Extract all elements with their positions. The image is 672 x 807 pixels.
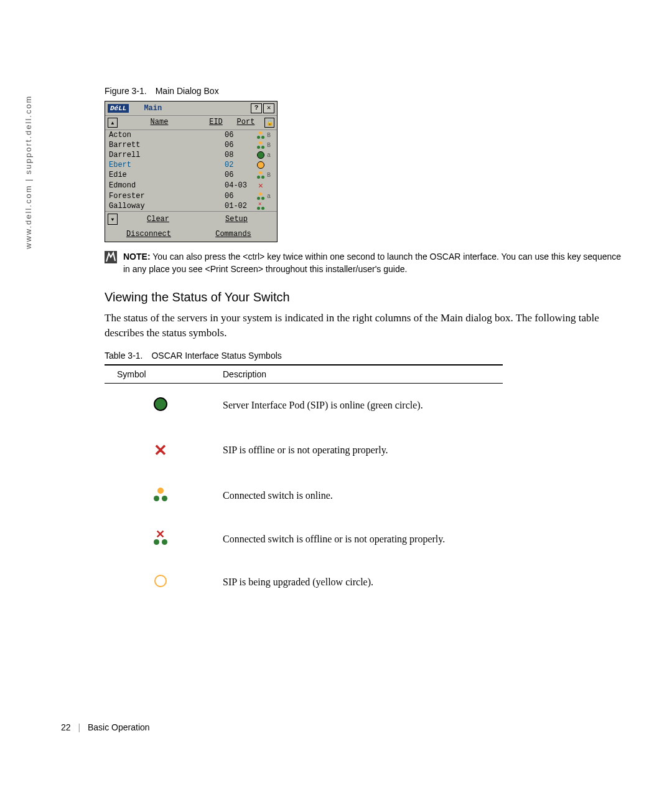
column-eid[interactable]: EID: [203, 118, 228, 128]
switch-online-icon: [257, 192, 264, 200]
dialog-row[interactable]: Darrell08a: [105, 150, 277, 160]
row-name: Acton: [109, 131, 225, 139]
row-port: 08: [225, 151, 254, 159]
note-icon: [105, 251, 117, 263]
disconnect-button[interactable]: Disconnect: [108, 229, 190, 240]
switch-online-icon: [154, 488, 167, 501]
note-label: NOTE:: [123, 252, 151, 262]
sip-online-icon: [257, 151, 264, 159]
dialog-row[interactable]: Barrett06B: [105, 140, 277, 150]
green-circle-icon: [154, 397, 167, 411]
table-row: ✕SIP is offline or is not operating prop…: [105, 427, 503, 474]
row-port: 02: [225, 161, 254, 169]
table-caption: Table 3-1. OSCAR Interface Status Symbol…: [105, 351, 622, 361]
sip-upgrading-icon: [257, 161, 264, 169]
figure-caption: Figure 3-1. Main Dialog Box: [105, 86, 622, 96]
switch-online-icon: [257, 171, 264, 179]
cell-description: Server Interface Pod (SIP) is online (gr…: [210, 383, 503, 427]
cell-symbol: [105, 561, 210, 603]
dialog-row[interactable]: Edie06B: [105, 170, 277, 180]
row-name: Darrell: [109, 151, 225, 159]
cell-symbol: [105, 474, 210, 517]
dialog-row[interactable]: Acton06B: [105, 130, 277, 140]
dialog-column-headers: ▲ Name EID Port 🔒: [105, 116, 277, 130]
cell-symbol: ✕: [105, 427, 210, 474]
cell-symbol: ✕: [105, 517, 210, 561]
page-number: 22: [61, 722, 71, 732]
clear-button[interactable]: Clear: [120, 214, 196, 225]
dialog-row[interactable]: Galloway01-02: [105, 201, 277, 211]
row-name: Edie: [109, 171, 225, 179]
footer-section: Basic Operation: [88, 722, 150, 732]
row-channel: a: [267, 152, 273, 159]
row-name: Forester: [109, 192, 225, 201]
th-description: Description: [210, 365, 503, 384]
table-row: SIP is being upgraded (yellow circle).: [105, 561, 503, 603]
row-channel: B: [267, 172, 273, 179]
switch-offline-icon: [257, 202, 264, 210]
commands-button[interactable]: Commands: [192, 229, 274, 240]
row-channel: B: [267, 132, 273, 139]
switch-online-icon: [257, 141, 264, 149]
section-heading: Viewing the Status of Your Switch: [105, 290, 622, 304]
dialog-row[interactable]: Forester06a: [105, 191, 277, 201]
status-symbols-table: Symbol Description Server Interface Pod …: [105, 364, 503, 603]
dialog-row[interactable]: Ebert02: [105, 160, 277, 170]
red-x-icon: ✕: [154, 441, 167, 460]
column-port[interactable]: Port: [228, 118, 263, 128]
main-dialog: DéLL Main ? ✕ ▲ Name EID Port 🔒 Acton06B…: [105, 101, 278, 242]
row-channel: B: [267, 142, 273, 149]
note-body: You can also press the <ctrl> key twice …: [123, 252, 621, 274]
close-button[interactable]: ✕: [263, 103, 274, 113]
dialog-footer-row1: ▼ Clear Setup: [105, 211, 277, 227]
cell-description: SIP is being upgraded (yellow circle).: [210, 561, 503, 603]
row-channel: a: [267, 193, 273, 200]
sip-offline-icon: ✕: [258, 181, 263, 191]
row-name: Edmond: [109, 181, 225, 190]
cell-description: Connected switch is online.: [210, 474, 503, 517]
cell-symbol: [105, 383, 210, 427]
page-content: Figure 3-1. Main Dialog Box DéLL Main ? …: [105, 0, 622, 603]
switch-online-icon: [257, 131, 264, 139]
dialog-titlebar: DéLL Main ? ✕: [105, 101, 277, 116]
setup-button[interactable]: Setup: [198, 214, 274, 225]
dialog-row[interactable]: Edmond04-03✕: [105, 180, 277, 191]
table-row: ✕Connected switch is offline or is not o…: [105, 517, 503, 561]
table-row: Server Interface Pod (SIP) is online (gr…: [105, 383, 503, 427]
th-symbol: Symbol: [105, 365, 210, 384]
row-port: 06: [225, 171, 254, 179]
row-name: Barrett: [109, 141, 225, 149]
column-name[interactable]: Name: [115, 118, 203, 128]
scroll-down-icon[interactable]: ▼: [108, 214, 118, 225]
body-text: The status of the servers in your system…: [105, 311, 622, 341]
switch-offline-icon: ✕: [154, 531, 167, 545]
sidebar-url: www.dell.com | support.dell.com: [24, 95, 33, 249]
row-name: Ebert: [109, 161, 225, 169]
footer-sep: |: [78, 722, 80, 732]
row-port: 06: [225, 141, 254, 149]
dell-logo: DéLL: [108, 104, 129, 113]
lock-icon[interactable]: 🔒: [264, 118, 274, 128]
row-port: 01-02: [225, 202, 254, 210]
row-name: Galloway: [109, 202, 225, 210]
cell-description: Connected switch is offline or is not op…: [210, 517, 503, 561]
help-button[interactable]: ?: [251, 103, 262, 113]
page-footer: 22 | Basic Operation: [61, 722, 150, 732]
row-port: 06: [225, 192, 254, 201]
cell-description: SIP is offline or is not operating prope…: [210, 427, 503, 474]
dialog-rows: Acton06BBarrett06BDarrell08aEbert02Edie0…: [105, 130, 277, 211]
row-port: 06: [225, 131, 254, 139]
note-block: NOTE: You can also press the <ctrl> key …: [105, 251, 622, 275]
note-text: NOTE: You can also press the <ctrl> key …: [123, 251, 622, 275]
row-port: 04-03: [225, 181, 254, 190]
yellow-circle-icon: [154, 575, 167, 587]
table-row: Connected switch is online.: [105, 474, 503, 517]
dialog-title: Main: [144, 104, 251, 113]
dialog-footer-row2: Disconnect Commands: [105, 227, 277, 242]
